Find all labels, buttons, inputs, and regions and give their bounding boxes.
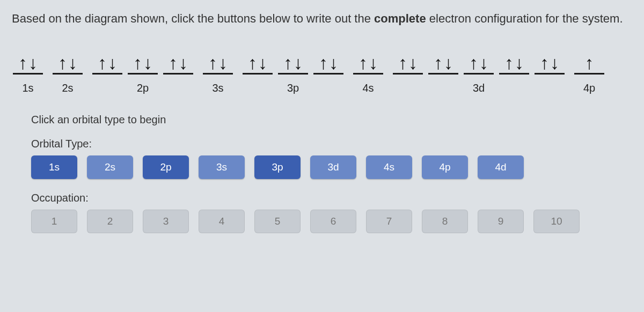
orbital-boxes: ↑↓ [203, 49, 233, 75]
orbital-box: ↑↓ [163, 49, 193, 75]
orbital-box: ↑↓ [393, 49, 423, 75]
spin-up-icon: ↑ [283, 54, 292, 72]
instruction-post: electron configuration for the system. [426, 12, 623, 25]
spin-up-icon: ↑ [18, 54, 27, 72]
orbital-box: ↑↓ [53, 49, 83, 75]
spin-down-icon: ↓ [108, 54, 117, 72]
spin-up-icon: ↑ [358, 54, 368, 72]
orbital-boxes: ↑↓↑↓↑↓↑↓↑↓ [393, 49, 565, 75]
subshell-label: 1s [22, 82, 33, 94]
spin-down-icon: ↓ [294, 54, 303, 72]
spin-up-icon: ↑ [434, 54, 443, 72]
orbital-box: ↑↓ [535, 49, 565, 75]
orbital-box: ↑↓ [243, 49, 273, 75]
orbital-box: ↑↓ [278, 49, 308, 75]
spin-up-icon: ↑ [585, 54, 594, 72]
occupation-label: Occupation: [31, 192, 632, 204]
orbital-button-4s[interactable]: 4s [366, 155, 412, 179]
orbital-diagram: ↑↓1s↑↓2s↑↓↑↓↑↓2p↑↓3s↑↓↑↓↑↓3p↑↓4s↑↓↑↓↑↓↑↓… [12, 49, 632, 94]
subshell-2s: ↑↓2s [53, 49, 83, 94]
orbital-boxes: ↑↓↑↓↑↓ [243, 49, 343, 75]
orbital-box: ↑↓ [203, 49, 233, 75]
orbital-type-row: 1s2s2p3s3p3d4s4p4d [31, 155, 632, 179]
occupation-button-10: 10 [533, 210, 580, 233]
orbital-box: ↑↓ [464, 49, 494, 75]
subshell-4p: ↑4p [574, 49, 604, 94]
occupation-button-9: 9 [478, 210, 524, 233]
orbital-button-3s[interactable]: 3s [199, 155, 245, 179]
subshell-2p: ↑↓↑↓↑↓2p [92, 49, 193, 94]
subshell-4s: ↑↓4s [353, 49, 383, 94]
subshell-label: 3d [473, 82, 485, 94]
spin-up-icon: ↑ [58, 54, 67, 72]
orbital-box: ↑↓ [428, 49, 458, 75]
subshell-label: 4p [583, 82, 595, 94]
builder-hint: Click an orbital type to begin [31, 114, 632, 126]
occupation-button-6: 6 [310, 210, 356, 233]
spin-down-icon: ↓ [515, 54, 524, 72]
spin-down-icon: ↓ [258, 54, 267, 72]
spin-up-icon: ↑ [248, 54, 257, 72]
spin-down-icon: ↓ [68, 54, 77, 72]
spin-down-icon: ↓ [369, 54, 378, 72]
orbital-boxes: ↑↓↑↓↑↓ [92, 49, 193, 75]
orbital-boxes: ↑ [574, 49, 604, 75]
spin-down-icon: ↓ [218, 54, 228, 72]
orbital-type-label: Orbital Type: [31, 138, 632, 150]
orbital-boxes: ↑↓ [353, 49, 383, 75]
spin-down-icon: ↓ [550, 54, 559, 72]
occupation-button-5: 5 [254, 210, 301, 233]
spin-down-icon: ↓ [408, 54, 418, 72]
subshell-1s: ↑↓1s [13, 49, 43, 94]
spin-up-icon: ↑ [98, 54, 107, 72]
instruction-pre: Based on the diagram shown, click the bu… [12, 12, 374, 25]
orbital-button-4p[interactable]: 4p [422, 155, 468, 179]
orbital-button-1s[interactable]: 1s [31, 155, 77, 179]
subshell-label: 3p [287, 82, 299, 94]
subshell-3d: ↑↓↑↓↑↓↑↓↑↓3d [393, 49, 565, 94]
configuration-builder: Click an orbital type to begin Orbital T… [12, 114, 632, 233]
subshell-label: 2s [62, 82, 73, 94]
orbital-box: ↑↓ [128, 49, 158, 75]
spin-up-icon: ↑ [169, 54, 178, 72]
orbital-button-3d[interactable]: 3d [310, 155, 356, 179]
orbital-button-2p[interactable]: 2p [143, 155, 189, 179]
spin-down-icon: ↓ [143, 54, 152, 72]
subshell-label: 2p [137, 82, 149, 94]
occupation-button-4: 4 [199, 210, 245, 233]
spin-up-icon: ↑ [133, 54, 142, 72]
spin-down-icon: ↓ [329, 54, 338, 72]
occupation-button-7: 7 [366, 210, 412, 233]
spin-up-icon: ↑ [469, 54, 478, 72]
subshell-label: 3s [212, 82, 223, 94]
instruction-bold: complete [374, 12, 426, 25]
spin-down-icon: ↓ [444, 54, 453, 72]
orbital-box: ↑↓ [92, 49, 122, 75]
orbital-box: ↑↓ [353, 49, 383, 75]
spin-down-icon: ↓ [28, 54, 38, 72]
orbital-box: ↑↓ [313, 49, 343, 75]
spin-up-icon: ↑ [540, 54, 549, 72]
subshell-3s: ↑↓3s [203, 49, 233, 94]
spin-up-icon: ↑ [208, 54, 217, 72]
spin-up-icon: ↑ [319, 54, 328, 72]
orbital-boxes: ↑↓ [53, 49, 83, 75]
spin-up-icon: ↑ [504, 54, 514, 72]
instruction-text: Based on the diagram shown, click the bu… [12, 10, 632, 27]
orbital-button-3p[interactable]: 3p [254, 155, 301, 179]
orbital-boxes: ↑↓ [13, 49, 43, 75]
subshell-3p: ↑↓↑↓↑↓3p [243, 49, 343, 94]
occupation-button-3: 3 [143, 210, 189, 233]
occupation-button-2: 2 [87, 210, 133, 233]
orbital-box: ↑↓ [499, 49, 529, 75]
spin-down-icon: ↓ [479, 54, 488, 72]
spin-down-icon: ↓ [179, 54, 188, 72]
orbital-box: ↑↓ [13, 49, 43, 75]
orbital-button-4d[interactable]: 4d [478, 155, 524, 179]
occupation-button-1: 1 [31, 210, 77, 233]
occupation-row: 12345678910 [31, 210, 632, 233]
occupation-button-8: 8 [422, 210, 468, 233]
orbital-button-2s[interactable]: 2s [87, 155, 133, 179]
subshell-label: 4s [362, 82, 374, 94]
orbital-box: ↑ [574, 49, 604, 75]
